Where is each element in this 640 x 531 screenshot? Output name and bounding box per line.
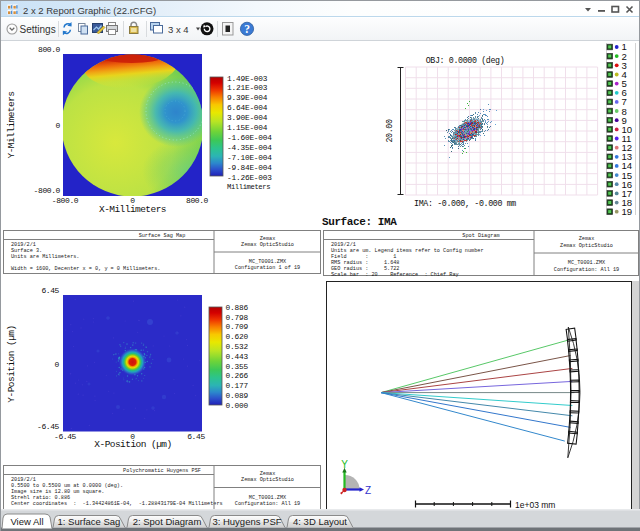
svg-text:19: 19 — [622, 206, 633, 217]
svg-text:-9.84E-004: -9.84E-004 — [227, 164, 272, 172]
svg-text:Zemax: Zemax — [260, 236, 276, 242]
svg-text:9.39E-004: 9.39E-004 — [227, 94, 268, 102]
svg-text:800.0: 800.0 — [186, 196, 209, 205]
svg-text:Scale bar : 20 Reference: Scale bar : 20 Reference : Chief Ray — [331, 272, 459, 278]
svg-text:3: Huygens PSF: 3: Huygens PSF — [212, 516, 281, 527]
svg-text:Zemax: Zemax — [579, 236, 595, 242]
svg-text:0.000: 0.000 — [226, 402, 249, 410]
svg-text:Width = 1600, Decenter x = 0,: Width = 1600, Decenter x = 0, y = 0 Mill… — [11, 266, 160, 272]
svg-text:Configuration: All 19: Configuration: All 19 — [235, 501, 300, 507]
svg-text:6.45: 6.45 — [187, 432, 205, 441]
svg-text:1: Surface Sag: 1: Surface Sag — [58, 516, 121, 527]
svg-text:Polychromatic Huygens PSF: Polychromatic Huygens PSF — [123, 468, 201, 474]
svg-text:0.5500 to 0.5500 um at 0.0000: 0.5500 to 0.5500 um at 0.0000 (deg). — [11, 483, 123, 489]
svg-text:Configuration: All 19: Configuration: All 19 — [554, 267, 619, 273]
svg-text:0: 0 — [55, 360, 60, 369]
svg-text:800.0: 800.0 — [38, 45, 61, 54]
svg-text:Center coordinates : -1.3442: Center coordinates : -1.34424861E-04, -1… — [11, 501, 223, 507]
svg-text:Units are Millimeters.: Units are Millimeters. — [11, 254, 80, 260]
svg-text:Configuration 1 of 19: Configuration 1 of 19 — [235, 265, 300, 271]
svg-text:Strehl ratio: 0.886: Strehl ratio: 0.886 — [11, 495, 70, 501]
svg-text:IMA: -0.000, -0.000 mm: IMA: -0.000, -0.000 mm — [414, 199, 516, 208]
svg-text:-800.0: -800.0 — [52, 196, 79, 205]
svg-text:4: 3D Layout: 4: 3D Layout — [293, 516, 347, 527]
svg-text:1e+03 mm: 1e+03 mm — [515, 500, 555, 510]
svg-text:Zemax OpticStudio: Zemax OpticStudio — [241, 477, 294, 483]
svg-text:3 x 4: 3 x 4 — [168, 24, 189, 35]
svg-text:Y: Y — [341, 459, 348, 470]
svg-text:Surface 3.: Surface 3. — [11, 248, 42, 254]
svg-text:Zemax OpticStudio: Zemax OpticStudio — [560, 243, 613, 249]
svg-text:Zemax: Zemax — [260, 471, 276, 477]
svg-text:0.798: 0.798 — [226, 314, 249, 322]
svg-text:-4.35E-004: -4.35E-004 — [227, 144, 272, 152]
svg-text:0.620: 0.620 — [226, 333, 249, 341]
svg-text:-7.10E-004: -7.10E-004 — [227, 154, 272, 162]
svg-text:6.64E-004: 6.64E-004 — [227, 104, 268, 112]
svg-text:0: 0 — [56, 121, 61, 130]
svg-text:RMS radius : 1.648: RMS radius : 1.648 — [331, 260, 400, 266]
svg-text:0.709: 0.709 — [226, 323, 249, 331]
svg-text:1.15E-004: 1.15E-004 — [227, 124, 268, 132]
svg-text:MC_T0001.ZMX: MC_T0001.ZMX — [568, 260, 606, 266]
svg-text:20.00: 20.00 — [385, 119, 394, 143]
svg-text:0.443: 0.443 — [226, 353, 249, 361]
svg-text:?: ? — [244, 23, 250, 35]
svg-text:2019/2/1: 2019/2/1 — [11, 242, 36, 248]
svg-text:MC_T0001.ZMX: MC_T0001.ZMX — [249, 259, 287, 265]
svg-text:Field : 1: Field : 1 — [331, 254, 396, 260]
svg-text:1.49E-003: 1.49E-003 — [227, 75, 268, 83]
svg-text:GEO radius : 5.722: GEO radius : 5.722 — [331, 266, 400, 272]
svg-text:2: Spot Diagram: 2: Spot Diagram — [133, 516, 202, 527]
svg-text:Zemax OpticStudio: Zemax OpticStudio — [241, 242, 294, 248]
svg-text:6.45: 6.45 — [41, 286, 59, 295]
svg-text:0.089: 0.089 — [226, 392, 249, 400]
svg-text:Y-Millimeters: Y-Millimeters — [6, 92, 17, 159]
svg-text:X-Position (µm): X-Position (µm) — [94, 439, 171, 450]
svg-text:Surface Sag Map: Surface Sag Map — [139, 233, 186, 239]
svg-text:-6.45: -6.45 — [54, 432, 77, 441]
svg-text:-1.60E-004: -1.60E-004 — [227, 134, 272, 142]
svg-text:0.355: 0.355 — [226, 363, 249, 371]
svg-text:View All: View All — [10, 516, 43, 527]
svg-text:-800.0: -800.0 — [34, 186, 61, 195]
svg-text:-1.26E-003: -1.26E-003 — [227, 174, 272, 182]
svg-text:3.90E-004: 3.90E-004 — [227, 114, 268, 122]
svg-text:-6.45: -6.45 — [37, 422, 60, 431]
svg-text:Image size is 12.80 um square.: Image size is 12.80 um square. — [11, 489, 104, 495]
svg-text:2019/2/1: 2019/2/1 — [331, 242, 356, 248]
svg-text:1.21E-003: 1.21E-003 — [227, 84, 268, 92]
svg-text:Millimeters: Millimeters — [227, 183, 270, 191]
svg-text:Y-Position (µm): Y-Position (µm) — [6, 325, 17, 402]
svg-text:Units are um. Legend items ref: Units are um. Legend items refer to Conf… — [331, 248, 484, 254]
svg-text:Spot Diagram: Spot Diagram — [462, 233, 499, 239]
svg-text:OBJ: 0.0000 (deg): OBJ: 0.0000 (deg) — [426, 56, 505, 65]
svg-text:MC_T0001.ZMX: MC_T0001.ZMX — [249, 495, 287, 501]
svg-text:Settings: Settings — [20, 24, 56, 35]
svg-text:0.266: 0.266 — [226, 372, 249, 380]
svg-text:0.177: 0.177 — [226, 382, 249, 390]
svg-text:0.886: 0.886 — [226, 304, 249, 312]
svg-text:0.532: 0.532 — [226, 343, 249, 351]
svg-text:X-Millimeters: X-Millimeters — [99, 204, 166, 215]
svg-text:2019/2/1: 2019/2/1 — [11, 477, 36, 483]
svg-text:Z: Z — [365, 485, 371, 496]
svg-text:Surface: IMA: Surface: IMA — [322, 216, 397, 228]
